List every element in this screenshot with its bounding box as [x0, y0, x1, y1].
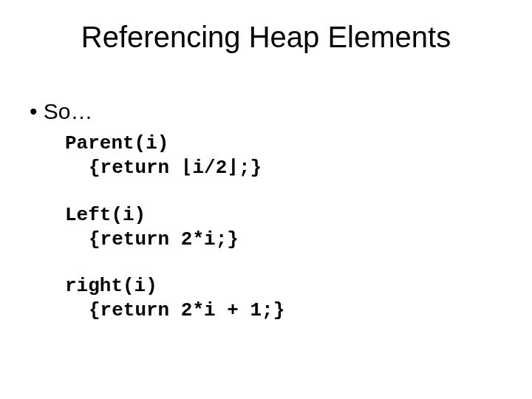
code-parent: Parent(i) {return ⌊i/2⌋;} [65, 132, 502, 181]
code-right-return: {return 2*i + 1;} [89, 299, 502, 323]
slide-body: So… Parent(i) {return ⌊i/2⌋;} Left(i) {r… [30, 99, 502, 346]
slide: Referencing Heap Elements So… Parent(i) … [0, 0, 532, 399]
code-right-sig: right(i) [65, 274, 502, 299]
slide-title: Referencing Heap Elements [0, 21, 532, 54]
code-left: Left(i) {return 2*i;} [65, 203, 502, 253]
code-text: ;} [239, 157, 262, 179]
code-left-return: {return 2*i;} [89, 228, 502, 252]
code-text: {return [89, 157, 181, 179]
floor-close: ⌋ [227, 157, 239, 179]
code-expr: i/2 [192, 157, 227, 179]
bullet-so: So… [30, 99, 502, 124]
code-right: right(i) {return 2*i + 1;} [65, 274, 502, 324]
code-parent-sig: Parent(i) [65, 132, 502, 156]
code-parent-return: {return ⌊i/2⌋;} [89, 156, 502, 180]
floor-open: ⌊ [181, 157, 193, 179]
code-left-sig: Left(i) [65, 203, 502, 228]
code-block: Parent(i) {return ⌊i/2⌋;} Left(i) {retur… [65, 132, 502, 324]
